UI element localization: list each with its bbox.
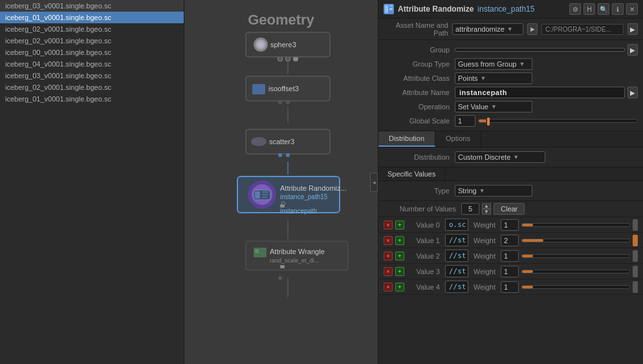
- weight-0-track[interactable]: [521, 223, 630, 227]
- value-1-add[interactable]: +: [395, 236, 404, 245]
- weight-0-fill: [522, 224, 533, 226]
- attr-name-expand[interactable]: ▶: [627, 87, 638, 98]
- value-2-display[interactable]: //st: [445, 250, 468, 262]
- scatter-icon-bg: [251, 137, 267, 146]
- values-section: Number of Values 5 ▲ ▼ Clear × + Value 0…: [378, 201, 643, 364]
- attr-class-dropdown[interactable]: Points ▼: [455, 72, 532, 84]
- search-button[interactable]: 🔍: [598, 3, 609, 15]
- operation-label: Operation: [384, 103, 455, 111]
- info-button[interactable]: ℹ: [612, 3, 624, 15]
- weight-2-fill: [522, 255, 533, 257]
- clear-button[interactable]: Clear: [494, 203, 525, 215]
- h-button[interactable]: H: [583, 3, 595, 15]
- gear-button[interactable]: ⚙: [569, 3, 581, 15]
- value-0-add[interactable]: +: [395, 220, 404, 230]
- group-value[interactable]: [455, 48, 625, 52]
- value-4-display[interactable]: //st: [445, 281, 468, 293]
- weight-3-drag[interactable]: [633, 266, 638, 277]
- close-button[interactable]: ✕: [626, 3, 638, 15]
- file-item-7[interactable]: iceberg_02_v0001.single.bgeo.sc: [0, 81, 184, 93]
- num-values-row: Number of Values 5 ▲ ▼ Clear: [378, 201, 643, 217]
- value-3-delete[interactable]: ×: [384, 267, 393, 276]
- value-2-add[interactable]: +: [395, 252, 404, 261]
- weight-0-input[interactable]: 1: [501, 219, 519, 231]
- group-type-value: Guess from Group: [458, 60, 516, 68]
- global-scale-control: 1: [455, 115, 638, 127]
- weight-3-track[interactable]: [521, 270, 630, 273]
- weight-2-track[interactable]: [521, 254, 630, 258]
- value-0-delete[interactable]: ×: [384, 220, 393, 230]
- value-4-delete[interactable]: ×: [384, 283, 393, 292]
- global-scale-input[interactable]: 1: [455, 115, 475, 127]
- distribution-dropdown[interactable]: Custom Discrete ▼: [455, 151, 545, 163]
- isooffset3-label: isooffset3: [268, 85, 299, 92]
- weight-0-drag[interactable]: [633, 219, 638, 231]
- weight-4-track[interactable]: [521, 285, 630, 289]
- value-0-display[interactable]: o.sc: [445, 219, 468, 231]
- weight-1-input[interactable]: 2: [501, 235, 519, 246]
- distribution-row: Distribution Custom Discrete ▼: [378, 150, 643, 164]
- attr-class-arrow: ▼: [481, 75, 486, 81]
- weight-1-drag[interactable]: [633, 235, 638, 246]
- attr-name-value[interactable]: instancepath: [455, 87, 625, 98]
- file-item-5[interactable]: iceberg_04_v0001.single.bgeo.sc: [0, 58, 184, 70]
- value-2-delete[interactable]: ×: [384, 252, 393, 261]
- value-2-label: Value 2: [407, 252, 442, 260]
- operation-dropdown[interactable]: Set Value ▼: [455, 101, 532, 112]
- file-item-4[interactable]: iceberg_00_v0001.single.bgeo.sc: [0, 47, 184, 58]
- tab-distribution[interactable]: Distribution: [378, 131, 435, 147]
- file-item-3[interactable]: iceberg_02_v0001.single.bgeo.sc: [0, 35, 184, 47]
- weight-4-label: Weight: [471, 283, 498, 291]
- weight-2-drag[interactable]: [633, 250, 638, 262]
- weight-3-input[interactable]: 1: [501, 266, 519, 277]
- asset-label: Asset Name and Path: [384, 21, 448, 37]
- attr-class-label: Attribute Class: [384, 74, 455, 82]
- scatter3-label: scatter3: [269, 138, 294, 145]
- asset-name-dropdown[interactable]: attribrandomize ▼: [452, 23, 523, 35]
- file-item-0[interactable]: iceberg_03_v0001.single.bgeo.sc: [0, 0, 184, 12]
- node-graph-panel[interactable]: Geometry sphere3 isooffset3 scatter3: [184, 0, 378, 364]
- num-values-stepper: ▲ ▼: [482, 203, 491, 215]
- asset-path-arrow[interactable]: ▶: [527, 23, 538, 35]
- group-type-dropdown[interactable]: Guess from Group ▼: [455, 58, 532, 70]
- weight-1-track[interactable]: [521, 239, 630, 242]
- group-type-row: Group Type Guess from Group ▼: [378, 57, 643, 71]
- group-row: Group ▶: [378, 43, 643, 57]
- sphere-icon-highlight: [257, 41, 264, 48]
- file-item-1[interactable]: iceberg_01_v0001.single.bgeo.sc: [0, 12, 184, 23]
- svg-rect-0: [385, 5, 388, 13]
- attr-name-row: Attribute Name instancepath ▶: [378, 85, 643, 100]
- value-1-delete[interactable]: ×: [384, 236, 393, 245]
- specific-values-tab[interactable]: Specific Values: [378, 167, 445, 180]
- value-row-4: × + Value 4 //st Weight 1: [378, 279, 643, 295]
- asset-expand-btn[interactable]: ▶: [627, 23, 638, 35]
- attr-class-value: Points: [458, 74, 478, 82]
- weight-4-input[interactable]: 1: [501, 281, 519, 293]
- type-dropdown[interactable]: String ▼: [455, 185, 532, 197]
- value-3-add[interactable]: +: [395, 267, 404, 276]
- value-4-add[interactable]: +: [395, 283, 404, 292]
- attr-name-control: instancepath ▶: [455, 87, 638, 98]
- panel-collapse-button[interactable]: ◂: [370, 173, 378, 192]
- value-1-label: Value 1: [407, 237, 442, 244]
- value-1-display[interactable]: //st: [445, 234, 468, 246]
- weight-4-drag[interactable]: [633, 281, 638, 293]
- group-type-control: Guess from Group ▼: [455, 58, 638, 70]
- tab-options[interactable]: Options: [435, 131, 481, 147]
- weight-1-fill: [522, 239, 543, 242]
- weight-2-input[interactable]: 1: [501, 250, 519, 262]
- value-3-label: Value 3: [407, 268, 442, 275]
- num-values-increment[interactable]: ▲: [482, 203, 491, 209]
- file-item-6[interactable]: iceberg_03_v0001.single.bgeo.sc: [0, 70, 184, 81]
- global-scale-track[interactable]: [478, 119, 638, 123]
- distribution-value: Custom Discrete: [458, 153, 510, 161]
- num-values-input[interactable]: 5: [461, 203, 479, 215]
- file-item-8[interactable]: iceberg_01_v0001.single.bgeo.sc: [0, 93, 184, 105]
- group-expand-btn[interactable]: ▶: [627, 44, 638, 56]
- asset-path-display: C:/PROGRA~1/SIDE...: [541, 24, 624, 35]
- num-values-decrement[interactable]: ▼: [482, 209, 491, 215]
- value-3-display[interactable]: //st: [445, 265, 468, 277]
- file-item-2[interactable]: iceberg_02_v0001.single.bgeo.sc: [0, 23, 184, 35]
- global-scale-thumb[interactable]: [487, 118, 490, 125]
- global-scale-label: Global Scale: [384, 117, 455, 125]
